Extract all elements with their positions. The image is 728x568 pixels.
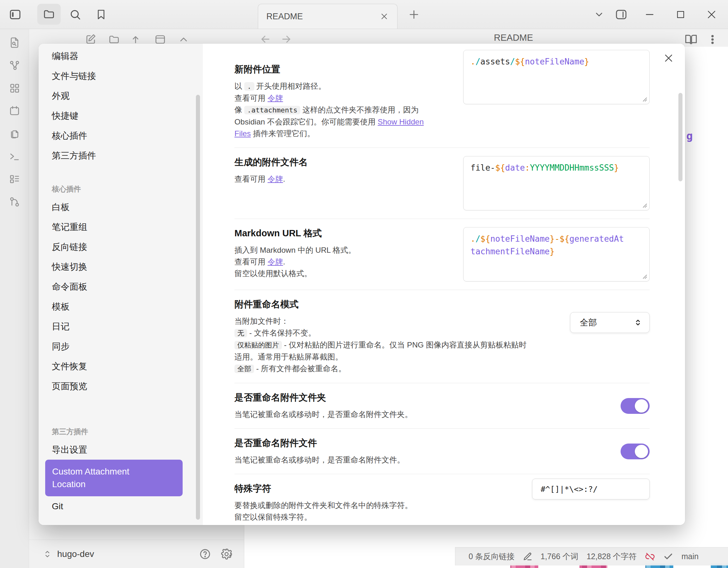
- graph-view-icon[interactable]: [9, 60, 20, 71]
- setting-title: 附件重命名模式: [234, 298, 468, 311]
- obsidian-window: README README: [0, 0, 728, 568]
- resize-handle-icon[interactable]: [641, 273, 647, 279]
- minimize-button[interactable]: [642, 7, 657, 22]
- folder-icon: [43, 8, 55, 20]
- rename-mode-dropdown[interactable]: 全部: [570, 312, 650, 333]
- word-count[interactable]: 1,766 个词: [541, 551, 579, 562]
- setting-rename-attachment-folder: 是否重命名附件文件夹 当笔记被重命名或移动时，是否重命名附件文件夹。: [234, 383, 650, 428]
- inline-link[interactable]: Files: [234, 129, 251, 138]
- setting-description: 当笔记被重命名或移动时，是否重命名附件文件。: [234, 454, 468, 466]
- canvas-dashboard-icon[interactable]: [9, 82, 20, 94]
- settings-nav-item[interactable]: 快捷键: [45, 106, 183, 126]
- settings-gear-icon[interactable]: [221, 548, 233, 560]
- settings-nav-item[interactable]: 反向链接: [45, 237, 183, 257]
- edit-mode-pencil-icon[interactable]: [523, 552, 532, 561]
- settings-nav-item[interactable]: 页面预览: [45, 376, 183, 396]
- chevrons-up-down-icon: [634, 318, 642, 327]
- settings-nav-item[interactable]: Git: [45, 496, 183, 516]
- inline-link[interactable]: 令牌: [268, 94, 283, 102]
- backlinks-count[interactable]: 0 条反向链接: [469, 551, 515, 562]
- setting-title: 是否重命名附件文件夹: [234, 391, 468, 404]
- special-characters-input[interactable]: [532, 479, 650, 499]
- settings-nav-item[interactable]: 文件与链接: [45, 66, 183, 86]
- modal-close-button[interactable]: [662, 52, 675, 64]
- settings-modal: 编辑器文件与链接外观快捷键核心插件第三方插件核心插件白板笔记重组反向链接快速切换…: [39, 44, 685, 525]
- git-branch-name[interactable]: main: [682, 552, 699, 561]
- inline-code: 无: [234, 329, 247, 337]
- settings-nav-item[interactable]: 快速切换: [45, 257, 183, 277]
- search-button[interactable]: [68, 8, 82, 21]
- settings-nav-item[interactable]: 笔记重组: [45, 217, 183, 237]
- vault-name[interactable]: hugo-dev: [57, 549, 199, 559]
- inline-link[interactable]: 令牌: [268, 257, 283, 266]
- settings-sidebar-scrollbar[interactable]: [196, 95, 200, 520]
- new-tab-button[interactable]: [407, 8, 421, 21]
- settings-nav-item[interactable]: Custom Attachment Location: [45, 460, 183, 496]
- list-details-icon[interactable]: [9, 173, 20, 185]
- setting-description: 当附加文件时：无 - 文件名保持不变。仅粘贴的图片 - 仅对粘贴的图片进行重命名…: [234, 315, 468, 375]
- maximize-icon: [675, 9, 686, 20]
- help-icon[interactable]: [199, 548, 211, 560]
- copy-template-icon[interactable]: [9, 128, 20, 139]
- files-view-button[interactable]: [37, 4, 61, 25]
- chevrons-up-down-icon[interactable]: [43, 549, 52, 559]
- tab-readme[interactable]: README: [258, 4, 397, 29]
- panel-left-toggle-button[interactable]: [8, 8, 22, 21]
- char-count[interactable]: 12,828 个字符: [586, 551, 636, 562]
- settings-nav-item[interactable]: 导出设置: [45, 440, 183, 460]
- rename-file-toggle[interactable]: [621, 444, 650, 459]
- setting-markdown-url-format: Markdown URL 格式 插入到 Markdown 中的 URL 格式。查…: [234, 219, 650, 290]
- settings-nav-item[interactable]: 核心插件: [45, 126, 183, 146]
- bookmarks-button[interactable]: [94, 8, 108, 21]
- settings-nav: 编辑器文件与链接外观快捷键核心插件第三方插件核心插件白板笔记重组反向链接快速切换…: [39, 46, 203, 516]
- rename-folder-toggle[interactable]: [621, 398, 650, 414]
- panel-right-toggle-button[interactable]: [614, 7, 629, 22]
- setting-title: Markdown URL 格式: [234, 227, 468, 240]
- minimize-icon: [644, 9, 655, 20]
- new-attachment-location-textarea[interactable]: ./assets/${noteFileName}: [463, 50, 650, 104]
- git-sync-check-icon[interactable]: [663, 552, 673, 562]
- close-window-button[interactable]: [704, 7, 719, 22]
- resize-handle-icon[interactable]: [641, 96, 647, 102]
- setting-title: 是否重命名附件文件: [234, 437, 468, 450]
- settings-nav-item[interactable]: 命令面板: [45, 277, 183, 297]
- editor-text-fragment: g: [686, 130, 693, 142]
- tab-title: README: [266, 12, 379, 21]
- resize-handle-icon[interactable]: [641, 202, 647, 208]
- inline-code: 全部: [234, 365, 254, 373]
- search-icon: [69, 9, 81, 21]
- settings-nav-item[interactable]: 外观: [45, 86, 183, 106]
- settings-nav-item[interactable]: 编辑器: [45, 46, 183, 66]
- settings-nav-item[interactable]: 模板: [45, 297, 183, 317]
- git-pull-request-icon[interactable]: [9, 196, 20, 208]
- maximize-button[interactable]: [673, 7, 688, 22]
- more-options-icon[interactable]: [707, 34, 718, 45]
- plus-icon: [408, 9, 420, 20]
- settings-nav-item[interactable]: 白板: [45, 197, 183, 217]
- editor-doc-title: README: [494, 33, 533, 43]
- settings-nav-item[interactable]: 第三方插件: [45, 146, 183, 166]
- tab-close-icon[interactable]: [379, 12, 389, 21]
- tab-list-dropdown-button[interactable]: [591, 7, 607, 22]
- daily-note-calendar-icon[interactable]: [9, 105, 20, 117]
- window-titlebar: README: [0, 0, 728, 29]
- vault-switcher-bar: hugo-dev: [29, 540, 244, 568]
- status-bar: 0 条反向链接 1,766 个词 12,828 个字符 main: [455, 547, 728, 565]
- settings-nav-item[interactable]: 同步: [45, 336, 183, 356]
- settings-content-scrollbar[interactable]: [678, 93, 683, 181]
- setting-title: 生成的附件文件名: [234, 156, 468, 169]
- panel-left-icon: [9, 8, 21, 21]
- close-icon: [663, 53, 674, 63]
- setting-description: 插入到 Markdown 中的 URL 格式。查看可用 令牌.留空以使用默认格式…: [234, 244, 468, 279]
- inline-link[interactable]: Show Hidden: [378, 118, 424, 126]
- settings-nav-item[interactable]: 文件恢复: [45, 356, 183, 376]
- markdown-url-format-textarea[interactable]: ./${noteFileName}-${generatedAttachmentF…: [463, 227, 650, 281]
- generated-attachment-filename-textarea[interactable]: file-${date:YYYYMMDDHHmmssSSS}: [463, 156, 650, 210]
- reading-view-icon[interactable]: [685, 33, 697, 46]
- link-off-icon[interactable]: [645, 552, 655, 562]
- settings-nav-item[interactable]: 日记: [45, 317, 183, 336]
- inline-link[interactable]: 令牌: [268, 175, 283, 183]
- setting-description: 当笔记被重命名或移动时，是否重命名附件文件夹。: [234, 408, 468, 420]
- file-search-icon[interactable]: [9, 37, 20, 48]
- terminal-icon[interactable]: [9, 151, 20, 162]
